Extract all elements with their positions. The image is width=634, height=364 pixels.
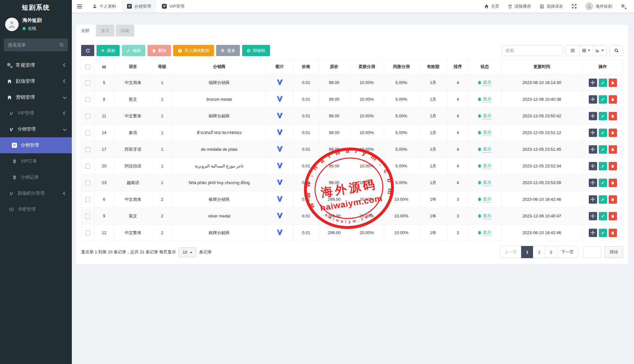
- tab-hidden[interactable]: 隐藏: [116, 25, 134, 37]
- page-jump-button[interactable]: 跳转: [604, 246, 623, 258]
- row-delete-button[interactable]: [609, 195, 617, 204]
- drag-sort-button[interactable]: [589, 212, 597, 220]
- table-search-input[interactable]: [502, 45, 563, 56]
- status-badge[interactable]: 显示: [478, 80, 491, 86]
- drag-sort-button[interactable]: [589, 129, 597, 137]
- row-edit-button[interactable]: [599, 129, 607, 137]
- distributor-image[interactable]: [276, 96, 283, 102]
- row-delete-button[interactable]: [609, 145, 617, 154]
- row-checkbox[interactable]: [85, 181, 90, 185]
- edit-button[interactable]: 编辑: [122, 45, 145, 56]
- topbar-user[interactable]: 海外短剧: [585, 2, 612, 10]
- row-delete-button[interactable]: [609, 162, 617, 170]
- select-all-checkbox[interactable]: [85, 64, 90, 69]
- status-badge[interactable]: 显示: [478, 130, 491, 136]
- row-checkbox[interactable]: [85, 147, 90, 152]
- drag-sort-button[interactable]: [589, 112, 597, 120]
- hamburger-menu-button[interactable]: [72, 0, 87, 13]
- row-edit-button[interactable]: [599, 145, 607, 154]
- status-badge[interactable]: 显示: [478, 196, 491, 203]
- pagination-prev[interactable]: 上一页: [500, 246, 521, 258]
- row-checkbox[interactable]: [85, 164, 90, 169]
- row-checkbox[interactable]: [85, 80, 90, 85]
- row-edit-button[interactable]: [599, 179, 607, 187]
- sidebar-item-vip-orders[interactable]: VIP订单: [0, 153, 72, 169]
- pagination-page-2[interactable]: 2: [533, 246, 545, 258]
- drag-sort-button[interactable]: [589, 145, 597, 154]
- refresh-button[interactable]: [81, 45, 94, 56]
- pagination-page-3[interactable]: 3: [545, 246, 557, 258]
- distributor-image[interactable]: [276, 79, 283, 85]
- sidebar-search-input[interactable]: [8, 42, 57, 47]
- sidebar-item-card-key-mgmt[interactable]: 卡密管理: [0, 201, 72, 217]
- fullscreen-button[interactable]: [572, 4, 577, 9]
- search-icon[interactable]: [59, 43, 64, 47]
- row-edit-button[interactable]: [599, 212, 607, 220]
- distributor-image[interactable]: [276, 163, 283, 169]
- drag-sort-button[interactable]: [589, 95, 597, 104]
- row-checkbox[interactable]: [85, 97, 90, 102]
- row-delete-button[interactable]: [609, 179, 617, 187]
- sidebar-item-distribution-mgmt[interactable]: V 分销管理: [0, 121, 72, 137]
- row-edit-button[interactable]: [599, 162, 607, 170]
- row-delete-button[interactable]: [609, 112, 617, 120]
- topbar-tab-distribution[interactable]: V 分销管理: [122, 0, 156, 13]
- recycle-bin-button[interactable]: ♻ 回收站: [242, 45, 270, 56]
- tab-all[interactable]: 全部: [76, 25, 95, 37]
- drag-sort-button[interactable]: [589, 195, 597, 204]
- row-edit-button[interactable]: [599, 95, 607, 104]
- distributor-image[interactable]: [276, 229, 283, 235]
- row-delete-button[interactable]: [609, 212, 617, 220]
- columns-button[interactable]: [579, 46, 593, 56]
- topbar-tab-profile[interactable]: 个人资料: [87, 0, 122, 13]
- detail-view-button[interactable]: [566, 46, 579, 56]
- export-button[interactable]: [593, 46, 606, 56]
- status-badge[interactable]: 显示: [478, 113, 491, 119]
- distributor-image[interactable]: [276, 196, 283, 202]
- status-badge[interactable]: 显示: [478, 146, 491, 153]
- drag-sort-button[interactable]: [589, 229, 597, 237]
- home-link[interactable]: 主页: [484, 4, 499, 9]
- distributor-image[interactable]: [276, 179, 283, 185]
- distributor-image[interactable]: [276, 146, 283, 152]
- row-delete-button[interactable]: [609, 129, 617, 137]
- page-jump-input[interactable]: [583, 246, 601, 258]
- sidebar-item-general-mgmt[interactable]: 常规管理: [0, 57, 72, 73]
- sidebar-item-theater-mgmt[interactable]: 剧场管理: [0, 73, 72, 89]
- sidebar-item-distribution-mgmt-sub[interactable]: V 分销管理: [0, 137, 72, 153]
- drag-sort-button[interactable]: [589, 79, 597, 87]
- more-button[interactable]: 更多: [216, 45, 240, 56]
- row-edit-button[interactable]: [599, 229, 607, 237]
- row-delete-button[interactable]: [609, 229, 617, 237]
- clear-cache-link[interactable]: 清除缓存: [508, 4, 531, 9]
- add-button[interactable]: 添加: [97, 45, 120, 56]
- status-badge[interactable]: 显示: [478, 96, 491, 103]
- status-badge[interactable]: 显示: [478, 163, 491, 169]
- row-checkbox[interactable]: [85, 114, 90, 119]
- sidebar-item-marketing-mgmt[interactable]: 营销管理: [0, 89, 72, 105]
- row-delete-button[interactable]: [609, 95, 617, 104]
- row-edit-button[interactable]: [599, 195, 607, 204]
- select-language-link[interactable]: 选择语言: [540, 4, 563, 9]
- status-badge[interactable]: 显示: [478, 213, 491, 219]
- settings-button[interactable]: [621, 4, 626, 9]
- topbar-tab-vip[interactable]: V VIP管理: [156, 0, 190, 13]
- row-edit-button[interactable]: [599, 79, 607, 87]
- row-checkbox[interactable]: [85, 131, 90, 135]
- delete-button[interactable]: 删除: [148, 45, 171, 56]
- page-size-select[interactable]: 10: [179, 247, 196, 257]
- import-test-data-button[interactable]: 导入测试数据: [173, 45, 214, 56]
- status-badge[interactable]: 显示: [478, 180, 491, 186]
- distributor-image[interactable]: [276, 113, 283, 119]
- search-button[interactable]: [610, 45, 623, 56]
- pagination-page-1[interactable]: 1: [521, 246, 533, 258]
- pagination-next[interactable]: 下一页: [557, 246, 578, 258]
- sidebar-item-distribution-records[interactable]: 分销记录: [0, 169, 72, 185]
- row-checkbox[interactable]: [85, 214, 90, 219]
- status-badge[interactable]: 显示: [478, 230, 491, 236]
- row-edit-button[interactable]: [599, 112, 607, 120]
- row-delete-button[interactable]: [609, 79, 617, 87]
- sidebar-item-vip-mgmt[interactable]: V VIP管理: [0, 105, 72, 121]
- drag-sort-button[interactable]: [589, 179, 597, 187]
- distributor-image[interactable]: [276, 129, 283, 135]
